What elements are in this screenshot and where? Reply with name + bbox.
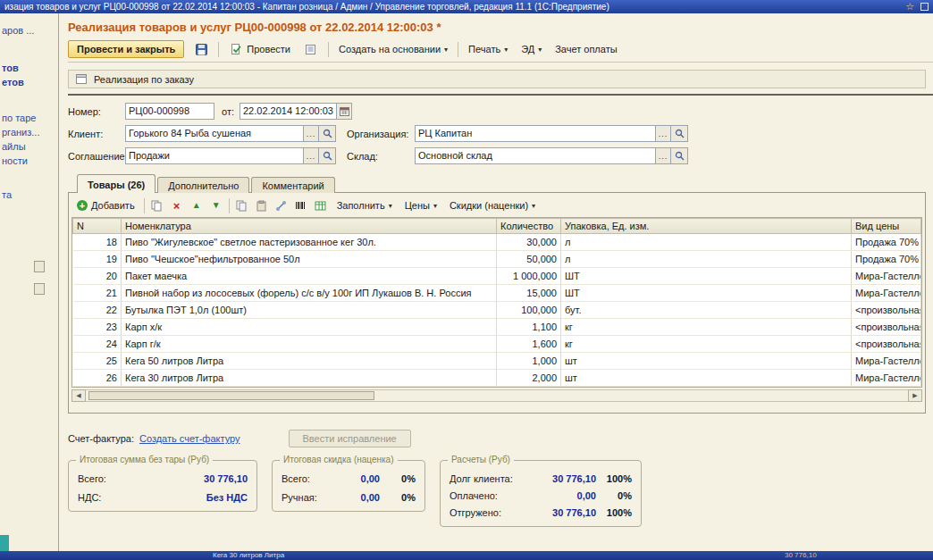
cell-price-type[interactable]: <произвольная: [852, 319, 921, 336]
paste-from-clipboard-button[interactable]: [255, 198, 269, 213]
cell-quantity[interactable]: 2,000: [497, 370, 561, 387]
cell-unit[interactable]: шт: [561, 370, 852, 387]
discounts-button[interactable]: Скидки (наценки) ▾: [446, 198, 539, 213]
copy-to-clipboard-button[interactable]: [235, 198, 249, 213]
cell-line-number[interactable]: 23: [73, 319, 122, 336]
scrollbar-thumb[interactable]: [88, 391, 374, 400]
journal-button[interactable]: [300, 40, 322, 58]
table-row[interactable]: 19 Пиво "Чешское"нефильтрованное 50л 50,…: [73, 251, 921, 268]
column-header-unit[interactable]: Упаковка, Ед. изм.: [561, 219, 852, 234]
table-row[interactable]: 21 Пивной набор из лососевых (форель) с/…: [73, 285, 921, 302]
cell-unit[interactable]: шт: [561, 353, 852, 370]
agreement-input[interactable]: Продажи ...: [125, 147, 336, 164]
fill-table-button[interactable]: [314, 198, 328, 213]
save-button[interactable]: [190, 40, 212, 58]
payment-offset-button[interactable]: Зачет оплаты: [551, 42, 620, 56]
panel-splitter-handle[interactable]: [34, 283, 45, 295]
cell-nomenclature[interactable]: Кега 50 литров Литра: [122, 353, 497, 370]
ed-button[interactable]: ЭД ▾: [517, 42, 545, 56]
cell-price-type[interactable]: Мира-Гастелло: [852, 285, 921, 302]
cell-unit[interactable]: кг: [561, 336, 852, 353]
post-and-close-button[interactable]: Провести и закрыть: [68, 40, 184, 58]
cell-quantity[interactable]: 1 000,000: [497, 268, 561, 285]
barcode-scan-button[interactable]: [294, 198, 308, 213]
cell-price-type[interactable]: <произвольная: [852, 302, 921, 319]
cell-quantity[interactable]: 1,100: [497, 319, 561, 336]
column-header-n[interactable]: N: [73, 219, 122, 234]
organization-input[interactable]: РЦ Капитан ...: [415, 125, 688, 142]
favorites-star-icon[interactable]: ☆: [905, 2, 914, 12]
cell-line-number[interactable]: 26: [73, 370, 122, 387]
number-input[interactable]: РЦ00-000998: [125, 103, 214, 120]
cell-unit[interactable]: ШТ: [561, 268, 852, 285]
print-button[interactable]: Печать ▾: [465, 42, 511, 56]
cell-price-type[interactable]: <произвольная: [852, 336, 921, 353]
cell-unit[interactable]: л: [561, 234, 852, 251]
sidebar-item[interactable]: по таре: [0, 112, 58, 124]
cell-unit[interactable]: кг: [561, 319, 852, 336]
table-row[interactable]: 20 Пакет маечка 1 000,000 ШТ Мира-Гастел…: [73, 268, 921, 285]
scroll-left-button[interactable]: ◀: [71, 389, 86, 402]
client-open-button[interactable]: [318, 126, 335, 141]
cell-nomenclature[interactable]: Пакет маечка: [122, 268, 497, 285]
add-row-button[interactable]: + Добавить: [73, 198, 139, 213]
enter-correction-button[interactable]: Ввести исправление: [289, 430, 411, 447]
agreement-select-button[interactable]: ...: [303, 148, 318, 163]
cell-quantity[interactable]: 30,000: [497, 234, 561, 251]
copy-row-button[interactable]: [150, 198, 164, 213]
link-button[interactable]: [274, 198, 289, 213]
cell-nomenclature[interactable]: Пиво "Жигулевское" светлое пастеризованн…: [122, 234, 497, 251]
cell-quantity[interactable]: 1,600: [497, 336, 561, 353]
table-row[interactable]: 18 Пиво "Жигулевское" светлое пастеризов…: [73, 234, 921, 251]
column-header-nomenclature[interactable]: Номенклатура: [122, 219, 497, 234]
scrollbar-track[interactable]: [86, 389, 908, 402]
sidebar-item[interactable]: айлы: [0, 140, 58, 153]
cell-price-type[interactable]: Продажа 70% Р: [852, 251, 921, 268]
sidebar-item[interactable]: аров ...: [0, 24, 58, 37]
cell-line-number[interactable]: 25: [73, 353, 122, 370]
client-select-button[interactable]: ...: [303, 126, 318, 141]
sidebar-item[interactable]: тов: [0, 62, 58, 74]
cell-nomenclature[interactable]: Бутылка ПЭТ 1,0л (100шт): [122, 302, 497, 319]
cell-line-number[interactable]: 19: [73, 251, 122, 268]
window-settings-icon[interactable]: [920, 3, 929, 11]
table-row[interactable]: 23 Карп х/к 1,100 кг <произвольная: [73, 319, 921, 336]
cell-line-number[interactable]: 18: [73, 234, 122, 251]
cell-line-number[interactable]: 21: [73, 285, 122, 302]
cell-nomenclature[interactable]: Пиво "Чешское"нефильтрованное 50л: [122, 251, 497, 268]
move-down-button[interactable]: ▼: [209, 198, 223, 213]
cell-quantity[interactable]: 50,000: [497, 251, 561, 268]
column-header-price-type[interactable]: Вид цены: [852, 219, 921, 234]
column-header-quantity[interactable]: Количество: [497, 219, 561, 234]
sidebar-item[interactable]: рганиз...: [0, 126, 58, 138]
warehouse-select-button[interactable]: ...: [655, 148, 670, 163]
client-input[interactable]: Горького 84 Рыба сушеная ...: [125, 125, 336, 142]
agreement-open-button[interactable]: [318, 148, 335, 163]
prices-button[interactable]: Цены ▾: [401, 198, 441, 213]
cell-unit[interactable]: бут.: [561, 302, 852, 319]
date-input[interactable]: 22.02.2014 12:00:03: [240, 103, 352, 120]
warehouse-open-button[interactable]: [670, 148, 687, 163]
post-button[interactable]: Провести: [225, 40, 294, 58]
scroll-right-button[interactable]: ▶: [908, 389, 922, 402]
table-row[interactable]: 24 Карп г/к 1,600 кг <произвольная: [73, 336, 921, 353]
sidebar-item[interactable]: та: [0, 188, 58, 201]
delete-row-button[interactable]: ×: [170, 198, 184, 213]
cell-quantity[interactable]: 1,000: [497, 353, 561, 370]
table-row[interactable]: 25 Кега 50 литров Литра 1,000 шт Мира-Га…: [73, 353, 921, 370]
cell-line-number[interactable]: 22: [73, 302, 122, 319]
organization-select-button[interactable]: ...: [655, 126, 670, 141]
cell-price-type[interactable]: Мира-Гастелло: [852, 370, 921, 387]
table-row[interactable]: 26 Кега 30 литров Литра 2,000 шт Мира-Га…: [73, 370, 921, 387]
cell-price-type[interactable]: Мира-Гастелло: [852, 268, 921, 285]
tab[interactable]: Товары (26): [77, 174, 156, 193]
date-picker-button[interactable]: [336, 104, 351, 119]
cell-price-type[interactable]: Мира-Гастелло: [852, 353, 921, 370]
table-row[interactable]: 22 Бутылка ПЭТ 1,0л (100шт) 100,000 бут.…: [73, 302, 921, 319]
sidebar-item[interactable]: етов: [0, 76, 58, 88]
fill-button[interactable]: Заполнить ▾: [333, 198, 396, 213]
sales-by-order-section[interactable]: Реализация по заказу: [68, 70, 926, 88]
cell-nomenclature[interactable]: Карп х/к: [122, 319, 497, 336]
tab[interactable]: Комментарий: [251, 177, 334, 193]
cell-line-number[interactable]: 24: [73, 336, 122, 353]
